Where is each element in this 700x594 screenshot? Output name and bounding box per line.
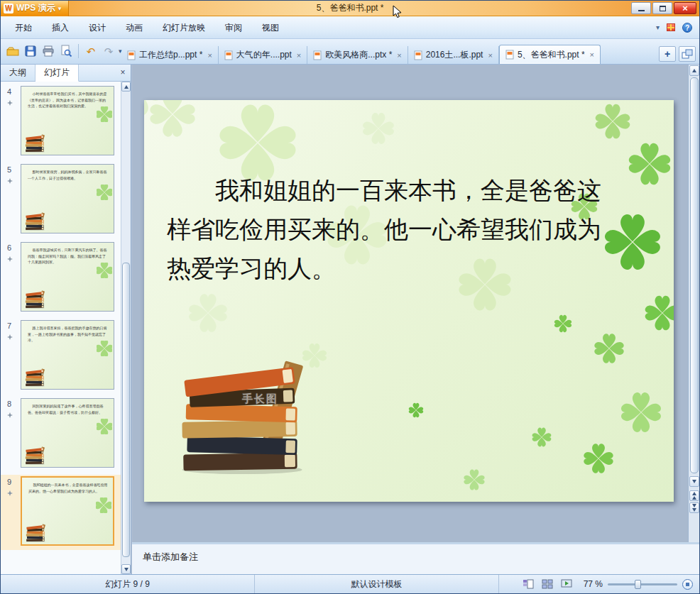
fit-to-window-button[interactable] xyxy=(682,579,693,590)
notes-panel[interactable]: 单击添加备注 xyxy=(132,542,699,574)
document-tab[interactable]: 欧美风格商...ptx * × xyxy=(307,46,408,64)
double-arrow-up-icon xyxy=(692,492,696,500)
normal-view-button[interactable] xyxy=(521,578,535,590)
slide-thumbnail[interactable]: 8 回到家里妈妈知道了这件事，心疼得直埋怨爸爸。爸爸却笑着说：孩子有书读，比什么… xyxy=(1,397,121,472)
thumbnail-text: 我和姐姐的一百来本书，全是爸爸这样省吃俭用买来的。他一心希望我们成为热爱学习的人… xyxy=(28,482,108,494)
maximize-button[interactable] xyxy=(652,2,672,14)
app-button-label: WPS 演示 xyxy=(16,2,55,14)
slide-thumbnail[interactable]: 6 爸爸带我进城买书，只剩下乘汽车的钱了。爸爸问我：能走回家吗？我说：能。我们顶… xyxy=(1,241,121,316)
transition-star-icon xyxy=(7,256,13,262)
menubar-right-tools: ▾ ? xyxy=(656,23,699,33)
minimize-button[interactable] xyxy=(631,2,651,14)
slide-canvas[interactable]: 我和姐姐的一百来本书，全是爸爸这样省吃俭用买来的。他一心希望我们成为热爱学习的人… xyxy=(132,65,688,542)
save-button[interactable] xyxy=(23,43,38,59)
redo-button[interactable]: ↷ xyxy=(101,43,116,59)
gift-icon[interactable] xyxy=(667,23,675,31)
scroll-down-button[interactable] xyxy=(689,476,699,487)
slide-body-text[interactable]: 我和姐姐的一百来本书，全是爸爸这样省吃俭用买来的。他一心希望我们成为热爱学习的人… xyxy=(167,171,621,288)
slide-counter: 幻灯片 9 / 9 xyxy=(1,575,255,593)
transition-star-icon xyxy=(7,100,13,106)
slide-sorter-view-button[interactable] xyxy=(540,578,554,590)
main-area: 我和姐姐的一百来本书，全是爸爸这样省吃俭用买来的。他一心希望我们成为热爱学习的人… xyxy=(132,65,699,574)
wps-app-menu-button[interactable]: W WPS 演示 ▾ xyxy=(1,1,69,16)
clover-icon xyxy=(96,497,111,513)
tab-close-icon[interactable]: × xyxy=(486,51,492,60)
fit-icon xyxy=(686,583,689,586)
ppt-file-icon xyxy=(127,50,136,60)
slide-thumbnail[interactable]: 7 路上我冷得直发抖，爸爸把我的手放在他的口袋里，一路上给我讲书里的故事，我不知… xyxy=(1,319,121,394)
save-icon xyxy=(23,44,38,58)
books-image xyxy=(26,522,47,542)
menu-item-design[interactable]: 设计 xyxy=(79,17,116,38)
document-tab-label: 大气的年....ppt xyxy=(236,49,292,61)
statusbar-controls: 77 % xyxy=(499,578,699,590)
notes-placeholder[interactable]: 单击添加备注 xyxy=(132,544,699,563)
thumbnail-image: 路上我冷得直发抖，爸爸把我的手放在他的口袋里，一路上给我讲书里的故事，我不知不觉… xyxy=(21,320,114,390)
previous-slide-button[interactable] xyxy=(689,490,699,501)
menu-item-insert[interactable]: 插入 xyxy=(42,17,79,38)
scroll-up-button[interactable] xyxy=(121,82,131,92)
print-preview-button[interactable] xyxy=(58,43,74,59)
menubar: 开始 插入 设计 动画 幻灯片放映 审阅 视图 ▾ ? xyxy=(1,16,699,39)
tab-close-icon[interactable]: × xyxy=(295,51,301,60)
printer-icon xyxy=(41,44,55,58)
arrange-windows-button[interactable] xyxy=(679,46,696,62)
ppt-file-icon xyxy=(414,50,422,60)
tab-close-icon[interactable]: × xyxy=(206,51,212,60)
close-button[interactable]: × xyxy=(674,2,696,14)
menu-item-review[interactable]: 审阅 xyxy=(215,17,252,38)
chevron-down-icon: ▾ xyxy=(58,5,62,12)
clover-icon xyxy=(97,419,112,434)
document-tab-active[interactable]: 5、爸爸和书.ppt * × xyxy=(499,45,601,64)
next-slide-button[interactable] xyxy=(689,502,699,513)
thumbnail-image: 那时候家里很穷，妈妈体弱多病，全家只靠爸爸一个人工作，日子过得很艰难。 xyxy=(21,164,114,233)
scroll-up-button[interactable] xyxy=(689,65,699,76)
transition-star-icon xyxy=(7,412,13,418)
menu-item-home[interactable]: 开始 xyxy=(5,17,42,38)
slide-thumbnail[interactable]: 5 那时候家里很穷，妈妈体弱多病，全家只靠爸爸一个人工作，日子过得很艰难。 xyxy=(1,163,121,238)
zoom-slider-handle[interactable] xyxy=(635,580,641,589)
slide-number: 4 xyxy=(7,87,11,96)
clover-icon xyxy=(97,263,112,278)
thumbnail-scrollbar[interactable] xyxy=(121,82,131,574)
document-tab[interactable]: 2016土...板.ppt × xyxy=(408,46,499,64)
document-tab[interactable]: 工作总结p...ppt * × xyxy=(121,46,219,64)
slide-thumbnail-selected[interactable]: 9 我和姐姐的一百来本书，全是爸爸这样省吃俭用买来的。他一心希望我们成为热爱学习… xyxy=(1,475,121,550)
collapse-ribbon-icon[interactable]: ▾ xyxy=(656,23,660,31)
scrollbar-thumb[interactable] xyxy=(122,263,130,557)
tab-slides[interactable]: 幻灯片 xyxy=(35,65,79,82)
document-tab[interactable]: 大气的年....ppt × xyxy=(219,46,307,64)
books-image xyxy=(25,211,46,231)
statusbar: 幻灯片 9 / 9 默认设计模板 77 % xyxy=(1,574,699,593)
print-button[interactable] xyxy=(40,43,56,59)
ppt-file-icon xyxy=(505,50,514,60)
ppt-file-icon xyxy=(313,50,322,60)
slide-thumbnail[interactable]: 4 小时候爸爸常常给我们买书，其中我最喜欢的是《皇帝的悲哀》。因为这本书，记录着… xyxy=(1,84,121,160)
window-title: 5、爸爸和书.ppt * xyxy=(69,2,631,14)
books-image[interactable] xyxy=(180,350,311,475)
slideshow-button[interactable] xyxy=(559,578,574,590)
redo-icon: ↷ xyxy=(104,46,114,57)
document-tab-bar: 工作总结p...ppt * × 大气的年....ppt × 欧美风格商...pt… xyxy=(121,45,601,64)
panel-close-icon[interactable]: × xyxy=(115,65,131,81)
new-tab-button[interactable]: + xyxy=(659,46,676,62)
scroll-down-button[interactable] xyxy=(121,564,131,574)
template-name: 默认设计模板 xyxy=(255,575,499,593)
current-slide[interactable]: 我和姐姐的一百来本书，全是爸爸这样省吃俭用买来的。他一心希望我们成为热爱学习的人… xyxy=(144,100,674,502)
window-controls: × xyxy=(631,2,699,14)
scrollbar-thumb[interactable] xyxy=(690,77,699,473)
tab-outline[interactable]: 大纲 xyxy=(1,65,35,81)
menu-item-slideshow[interactable]: 幻灯片放映 xyxy=(153,17,215,38)
help-icon[interactable]: ? xyxy=(682,23,692,33)
zoom-slider[interactable] xyxy=(608,583,677,585)
tab-close-icon[interactable]: × xyxy=(395,51,401,60)
main-scrollbar[interactable] xyxy=(688,65,699,542)
undo-button[interactable]: ↶ xyxy=(83,43,99,59)
menu-item-animation[interactable]: 动画 xyxy=(116,17,153,38)
menu-item-view[interactable]: 视图 xyxy=(252,17,289,38)
tab-actions: + xyxy=(659,46,696,62)
thumbnail-image: 小时候爸爸常常给我们买书，其中我最喜欢的是《皇帝的悲哀》。因为这本书，记录着我们… xyxy=(21,86,114,155)
open-button[interactable] xyxy=(5,43,21,59)
maximize-icon xyxy=(660,6,666,11)
tab-close-icon[interactable]: × xyxy=(589,50,594,59)
